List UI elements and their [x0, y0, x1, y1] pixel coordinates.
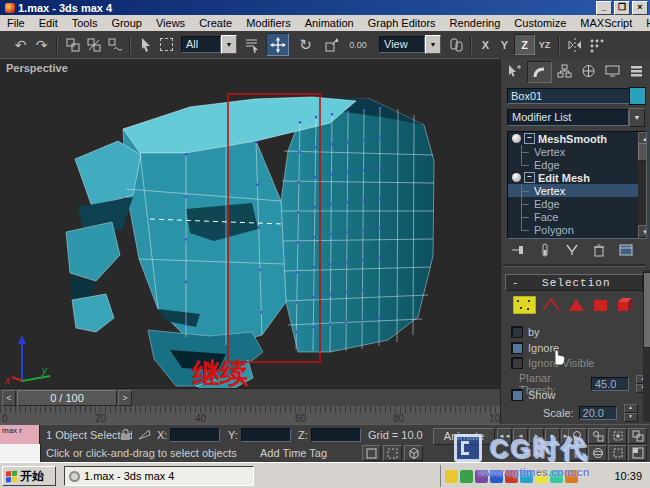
ignore-backfacing-checkbox[interactable]: [511, 342, 523, 354]
edge-mode-button[interactable]: [541, 296, 562, 314]
stack-editmesh-face[interactable]: Face: [508, 210, 646, 223]
modifier-list-dropdown[interactable]: Modifier List ▼: [507, 110, 645, 125]
zoom-button[interactable]: [568, 428, 587, 444]
minimize-button[interactable]: _: [596, 1, 612, 15]
absolute-mode-toggle[interactable]: [404, 445, 423, 461]
menu-customize[interactable]: Customize: [507, 16, 573, 30]
z-coord-field[interactable]: [311, 428, 361, 442]
select-and-rotate-button[interactable]: ↻: [295, 34, 316, 55]
ignore-visible-checkbox[interactable]: [511, 357, 523, 369]
close-button[interactable]: ×: [632, 1, 648, 15]
zoom-extents-all-button[interactable]: [628, 428, 647, 444]
element-mode-button[interactable]: [615, 296, 636, 314]
vertex-mode-button[interactable]: [513, 296, 536, 314]
perspective-viewport[interactable]: 继续 x y Perspective: [0, 58, 500, 389]
bulb-icon[interactable]: [512, 173, 521, 182]
zoom-extents-button[interactable]: [608, 428, 627, 444]
modifier-list-dropdown-icon[interactable]: ▼: [629, 108, 645, 127]
menu-rendering[interactable]: Rendering: [443, 16, 508, 30]
make-unique-button[interactable]: [563, 242, 581, 258]
restrict-y-button[interactable]: Y: [495, 35, 514, 54]
percent-snap-button[interactable]: 0.00: [341, 34, 375, 55]
scroll-down-icon[interactable]: ▼: [638, 225, 647, 238]
tab-create[interactable]: [503, 61, 526, 81]
menu-help[interactable]: Help: [639, 16, 650, 30]
menu-tools[interactable]: Tools: [65, 16, 105, 30]
select-object-button[interactable]: [135, 34, 156, 55]
rollout-collapse-icon[interactable]: -: [512, 277, 519, 289]
menu-graph-editors[interactable]: Graph Editors: [361, 16, 443, 30]
tray-icon[interactable]: [520, 470, 533, 483]
show-normals-checkbox[interactable]: [511, 389, 523, 401]
menu-group[interactable]: Group: [104, 16, 149, 30]
coord-system-combo[interactable]: View ▼: [379, 35, 441, 54]
tray-icon[interactable]: [550, 470, 563, 483]
menu-animation[interactable]: Animation: [298, 16, 361, 30]
collapse-icon[interactable]: −: [524, 133, 535, 144]
stack-meshsmooth-vertex[interactable]: Vertex: [508, 145, 646, 158]
y-coord-field[interactable]: [241, 428, 291, 442]
frame-indicator[interactable]: 0 / 100: [17, 390, 117, 406]
face-mode-button[interactable]: [567, 296, 586, 314]
polygon-mode-button[interactable]: [591, 296, 610, 314]
go-to-start-button[interactable]: ◄◄: [497, 428, 512, 444]
prev-frame-arrow[interactable]: <: [2, 390, 16, 406]
track-bar[interactable]: 0 20 40 60 80 100: [0, 406, 500, 424]
menu-modifiers[interactable]: Modifiers: [239, 16, 298, 30]
use-pivot-center-button[interactable]: [445, 34, 466, 55]
planar-thresh-field[interactable]: 45.0: [591, 377, 629, 391]
snap-toggle[interactable]: [383, 445, 402, 461]
tray-icon[interactable]: [445, 470, 458, 483]
menu-create[interactable]: Create: [192, 16, 239, 30]
region-zoom-button[interactable]: [608, 445, 627, 461]
bulb-icon[interactable]: [512, 134, 521, 143]
modifier-stack[interactable]: − MeshSmooth Vertex Edge − Edit Mesh Ver…: [507, 131, 647, 239]
scale-spinner[interactable]: ▲▼: [624, 404, 638, 422]
menu-file[interactable]: File: [0, 16, 32, 30]
tray-icon[interactable]: [565, 470, 578, 483]
viewport-label[interactable]: Perspective: [6, 62, 68, 74]
bind-to-spacewarp-button[interactable]: [104, 34, 125, 55]
undo-button[interactable]: ↶: [10, 34, 31, 55]
restrict-z-button[interactable]: Z: [514, 34, 535, 55]
previous-frame-button[interactable]: ◄: [513, 428, 528, 444]
x-coord-field[interactable]: [170, 428, 220, 442]
macro-recorder-pane[interactable]: max r: [0, 425, 40, 444]
stack-editmesh-vertex[interactable]: Vertex: [508, 184, 646, 197]
mirror-button[interactable]: [564, 34, 585, 55]
add-time-tag[interactable]: Add Time Tag: [260, 447, 327, 459]
select-and-link-button[interactable]: [62, 34, 83, 55]
tab-hierarchy[interactable]: [553, 61, 576, 81]
play-button[interactable]: ►: [529, 428, 544, 444]
object-color-swatch[interactable]: [629, 87, 646, 105]
selection-lock-icon[interactable]: [120, 428, 131, 441]
tray-icon[interactable]: [535, 470, 548, 483]
arc-rotate-button[interactable]: [588, 445, 607, 461]
tab-motion[interactable]: [577, 61, 600, 81]
restrict-x-button[interactable]: X: [476, 35, 495, 54]
array-button[interactable]: [585, 34, 606, 55]
menu-views[interactable]: Views: [149, 16, 192, 30]
pin-stack-button[interactable]: [509, 242, 527, 258]
taskbar-task-button[interactable]: 1.max - 3ds max 4: [64, 466, 254, 486]
object-name-field[interactable]: Box01: [507, 88, 631, 104]
tab-utilities[interactable]: [625, 61, 648, 81]
redo-button[interactable]: ↷: [31, 34, 52, 55]
restrict-plane-button[interactable]: YZ: [535, 35, 554, 54]
pan-button[interactable]: [568, 445, 587, 461]
scroll-thumb[interactable]: [638, 143, 647, 161]
min-max-toggle-button[interactable]: [628, 445, 647, 461]
tab-display[interactable]: [601, 61, 624, 81]
start-button[interactable]: 开始: [2, 466, 56, 486]
next-frame-button[interactable]: ►: [545, 428, 560, 444]
tray-icon[interactable]: [505, 470, 518, 483]
show-end-result-button[interactable]: [536, 242, 554, 258]
region-select-button[interactable]: [156, 34, 177, 55]
stack-editmesh-edge[interactable]: Edge: [508, 197, 646, 210]
animate-button[interactable]: Animate: [433, 428, 495, 445]
stack-meshsmooth[interactable]: − MeshSmooth: [508, 132, 646, 145]
selection-filter-combo[interactable]: All ▼: [181, 35, 237, 54]
lock-selection-toggle[interactable]: [362, 445, 381, 461]
stack-editmesh-polygon[interactable]: Polygon: [508, 223, 646, 236]
select-by-name-button[interactable]: [241, 34, 262, 55]
